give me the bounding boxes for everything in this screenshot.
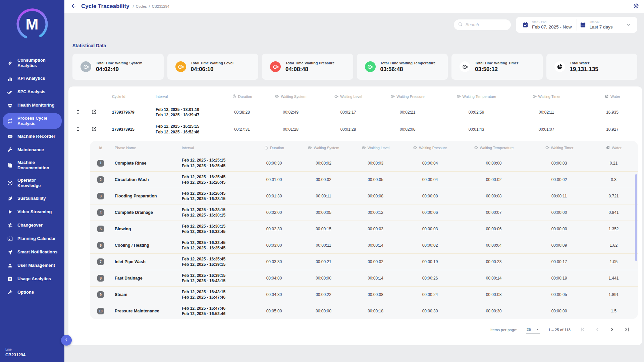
phase-id-badge: 5 [97, 226, 104, 232]
column-header-waiting-level[interactable]: Waiting Level [323, 94, 373, 99]
phase-value-cell: 00:01:00 [251, 177, 298, 182]
page-size-select[interactable]: 25 [526, 326, 540, 334]
phase-interval-cell: Feb 12, 2025 - 16:35:45Feb 12, 2025 - 16… [182, 256, 251, 267]
column-header-waiting-timer[interactable]: Waiting Timer [511, 94, 582, 99]
phase-interval-cell: Feb 12, 2025 - 16:32:45Feb 12, 2025 - 16… [182, 240, 251, 251]
interval-line: Feb 12, 2025 - 16:25:15 [156, 124, 226, 129]
column-header-cycle-id[interactable]: Cycle Id [101, 95, 152, 99]
sidebar-item-consumption-analytics[interactable]: Consumption Analytics [3, 55, 62, 71]
search-input[interactable] [466, 22, 507, 27]
column-header-duration[interactable]: Duration [226, 94, 258, 99]
phase-column-header-waiting-level[interactable]: Waiting Level [350, 145, 401, 150]
sidebar-item-usage-analytics[interactable]: Usage Analytics [3, 273, 62, 285]
interval-line: Feb 12, 2025 - 16:25:45 [182, 174, 251, 180]
phase-id-badge: 2 [97, 176, 104, 183]
stat-label: Total Time Waiting Temperature [380, 61, 436, 65]
column-header-waiting-system[interactable]: Waiting System [258, 94, 323, 99]
sidebar-collapse-button[interactable] [61, 335, 72, 346]
last-page-button[interactable] [624, 326, 630, 333]
phase-value-cell: 00:00:05 [298, 210, 350, 215]
phase-interval-cell: Feb 12, 2025 - 16:28:15Feb 12, 2025 - 16… [182, 207, 251, 218]
phase-column-header-waiting-timer[interactable]: Waiting Timer [529, 145, 589, 150]
collapse-row-button[interactable] [68, 126, 87, 133]
phase-column-header-duration[interactable]: Duration [251, 145, 298, 150]
phase-value-cell: 00:00:00 [459, 161, 529, 166]
phase-value-cell: 00:00:08 [459, 194, 529, 198]
sidebar-item-operator-knowledge[interactable]: Operator Knowledge [3, 175, 62, 191]
interval-line: Feb 12, 2025 - 16:52:46 [156, 129, 226, 135]
phase-row: 10Pressure MaintenanceFeb 12, 2025 - 16:… [90, 303, 638, 319]
phase-interval-cell: Feb 12, 2025 - 16:25:15Feb 12, 2025 - 16… [182, 158, 251, 168]
sidebar-item-process-cycle-analysis[interactable]: Process Cycle Analysis [3, 113, 62, 129]
sidebar-item-machine-documentation[interactable]: Machine Documentation [3, 157, 62, 174]
phase-column-header-id[interactable]: Id [90, 146, 111, 150]
sidebar-item-options[interactable]: Options [3, 286, 62, 298]
phase-value-cell: 00:00:26 [401, 276, 459, 281]
column-label: Water [610, 95, 620, 99]
cycle-value-cell: 00:01:43 [442, 127, 511, 132]
search-box[interactable] [454, 19, 511, 30]
column-header-interval[interactable]: Interval [152, 95, 226, 99]
operator-icon [7, 180, 13, 186]
sidebar-item-spc-analysis[interactable]: SPC Analysis [3, 86, 62, 98]
breadcrumb-item[interactable]: CB231294 [152, 4, 169, 8]
phase-value-cell: 00:00:04 [401, 161, 459, 166]
open-cycle-button[interactable] [87, 126, 101, 133]
sidebar-nav: Consumption AnalyticsKPI AnalyticsSPC An… [0, 54, 64, 300]
prev-page-button[interactable] [594, 326, 601, 333]
sidebar-item-kpi-analytics[interactable]: KPI Analytics [3, 73, 62, 85]
sidebar-item-planning-calendar[interactable]: Planning Calendar [3, 233, 62, 245]
phase-column-header-waiting-pressure[interactable]: Waiting Pressure [401, 145, 459, 150]
interval-line: Feb 12, 2025 - 16:30:15 [182, 224, 251, 229]
cycle-interval-cell: Feb 12, 2025 - 16:25:15Feb 12, 2025 - 16… [152, 124, 226, 134]
phase-row: 8Fast DrainageFeb 12, 2025 - 16:39:15Feb… [90, 270, 638, 286]
caret-down-icon [536, 326, 539, 333]
cycle-value-cell: 00:02:11 [511, 110, 582, 115]
column-header-waiting-pressure[interactable]: Waiting Pressure [373, 94, 442, 99]
phase-column-header-waiting-temperature[interactable]: Waiting Temperature [459, 145, 529, 150]
sidebar-item-changeover[interactable]: Changeover [3, 219, 62, 231]
settings-button[interactable] [633, 3, 639, 10]
cycle-value-cell: 00:02:49 [258, 110, 323, 115]
column-header-water[interactable]: Water [582, 94, 642, 99]
wrench-icon [7, 289, 13, 296]
phase-column-header-interval[interactable]: Interval [182, 146, 251, 150]
phase-column-header-waiting-system[interactable]: Waiting System [298, 145, 350, 150]
interval-line: Feb 12, 2025 - 16:26:45 [182, 191, 251, 196]
sidebar-item-label: Machine Recorder [17, 134, 55, 139]
start-end-filter[interactable]: Start - End Feb 07, 2025 - Now [519, 20, 577, 29]
sidebar-item-video-streaming[interactable]: Video Streaming [3, 206, 62, 218]
sidebar-item-smart-notifications[interactable]: Smart Notifications [3, 246, 62, 258]
first-page-icon [580, 328, 585, 333]
sidebar-item-sustainability[interactable]: Sustainability [3, 192, 62, 204]
logo-letter: M [15, 7, 50, 42]
clock-pause-icon [275, 94, 279, 99]
phase-column-header-water[interactable]: Water [589, 145, 638, 150]
interval-line: Feb 12, 2025 - 16:43:15 [182, 289, 251, 295]
cycle-icon [7, 118, 13, 124]
calendar-icon [580, 21, 586, 28]
phase-column-header-phase-name[interactable]: Phase Name [111, 146, 182, 150]
sidebar-item-user-management[interactable]: User Management [3, 259, 62, 272]
phase-value-cell: 00:01:30 [251, 194, 298, 198]
interval-line: Feb 12, 2025 - 16:43:15 [182, 278, 251, 284]
sidebar-item-machine-recorder[interactable]: Machine Recorder [3, 130, 62, 142]
column-header-waiting-temperature[interactable]: Waiting Temperature [442, 94, 511, 99]
next-page-icon [609, 328, 615, 333]
sidebar-item-maintenance[interactable]: Maintenance [3, 144, 62, 156]
interval-filter[interactable]: Interval Last 7 days [577, 20, 634, 29]
next-page-button[interactable] [609, 326, 615, 333]
expand-row-button[interactable] [68, 109, 87, 116]
open-cycle-button[interactable] [87, 109, 101, 116]
first-page-button[interactable] [579, 326, 586, 333]
stat-value: 04:06:10 [191, 66, 234, 73]
phase-value-cell: 0.841 [589, 210, 638, 215]
scrollbar[interactable] [635, 174, 637, 261]
phase-id-cell: 4 [90, 209, 111, 216]
back-button[interactable] [70, 2, 78, 10]
sidebar-item-health-monitoring[interactable]: Health Monitoring [3, 100, 62, 112]
phase-interval-cell: Feb 12, 2025 - 16:43:15Feb 12, 2025 - 16… [182, 289, 251, 300]
cycles-card: Cycle IdIntervalDurationWaiting SystemWa… [68, 86, 642, 345]
breadcrumb-item[interactable]: Cycles [136, 4, 147, 8]
interval-line: Feb 12, 2025 - 18:39:47 [156, 112, 226, 118]
